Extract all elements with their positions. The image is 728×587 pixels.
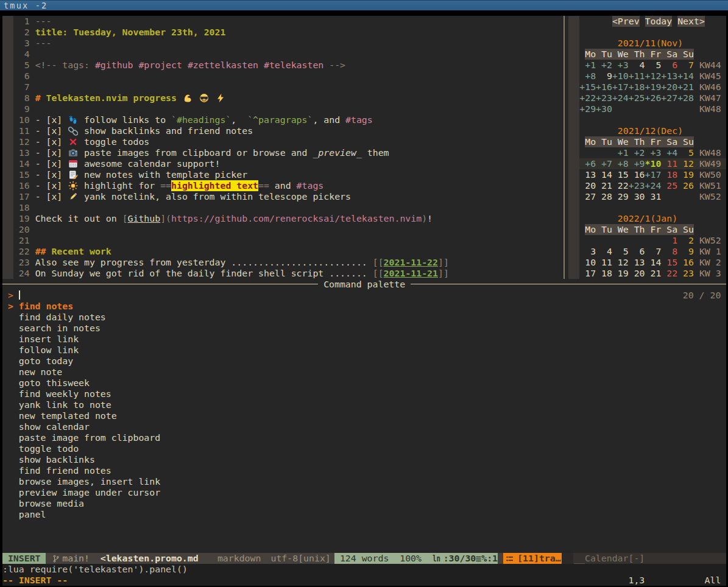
calendar-day[interactable]: +17 [612,82,629,93]
calendar-day[interactable]: +4 [661,147,677,158]
calendar-day[interactable]: 6 [629,246,645,257]
calendar-day[interactable]: 18 [661,169,677,180]
calendar-day[interactable]: +9 [629,158,645,169]
calendar-day[interactable]: 13 [579,169,596,180]
calendar-day[interactable]: +15 [579,82,596,93]
calendar-day[interactable]: 19 [677,169,694,180]
editor-line[interactable]: 2 title: Tuesday, November 23th, 2021 [2,27,225,38]
calendar-day[interactable]: 14 [596,169,612,180]
palette-item[interactable]: panel [2,509,46,520]
calendar-day[interactable]: 26 [677,180,694,191]
palette-item[interactable]: find daily notes [2,312,106,323]
palette-item[interactable]: show calendar [2,421,90,432]
calendar-day[interactable]: 7 [645,246,662,257]
calendar-day[interactable]: 13 [629,257,645,268]
calendar-day[interactable]: +2 [629,147,645,158]
calendar-day[interactable]: +16 [596,82,612,93]
calendar-day[interactable]: 12 [677,158,694,169]
calendar-day[interactable]: 14 [645,257,662,268]
palette-item[interactable]: new templated note [2,410,117,421]
calendar-day[interactable]: +24 [612,93,629,104]
palette-item[interactable]: preview image under cursor [2,487,160,498]
calendar-day[interactable]: 1 [661,235,677,246]
calendar-day[interactable]: *10 [645,158,662,169]
calendar-day[interactable]: 16 [677,257,694,268]
palette-item[interactable]: browse media [2,498,84,509]
palette-item[interactable]: paste image from clipboard [2,432,160,443]
calendar-day[interactable]: +24 [645,180,662,191]
calendar-day[interactable]: +3 [612,60,629,71]
palette-item[interactable]: search in notes [2,323,101,334]
palette-item[interactable]: new note [2,367,62,378]
calendar-day[interactable]: +17 [645,169,662,180]
calendar-day[interactable]: 6 [661,60,677,71]
calendar-day[interactable]: 23 [677,268,694,279]
calendar-day[interactable]: 12 [612,257,629,268]
palette-item[interactable]: goto thisweek [2,378,90,388]
palette-item[interactable]: find friend notes [2,465,111,476]
calendar-day[interactable]: 5 [677,147,694,158]
calendar-day[interactable]: 10 [579,257,596,268]
calendar-day[interactable]: +21 [677,82,694,93]
calendar-day[interactable]: +12 [645,71,662,82]
calendar-day[interactable]: 4 [596,246,612,257]
calendar-day[interactable]: 7 [677,60,694,71]
calendar-day[interactable]: 31 [645,191,662,202]
editor-line[interactable]: 10 - [x] follow links to `#headings`, `^… [2,114,373,125]
calendar-day[interactable]: 9 [596,71,612,82]
palette-item[interactable]: show backlinks [2,454,95,465]
calendar-day[interactable]: 21 [645,268,662,279]
calendar-day[interactable]: 18 [596,268,612,279]
calendar-day[interactable]: +30 [596,104,612,114]
calendar-day[interactable]: +6 [579,158,596,169]
calendar-day[interactable]: +8 [612,158,629,169]
palette-item[interactable]: goto today [2,356,73,367]
calendar-day[interactable]: +25 [629,93,645,104]
calendar-day[interactable]: 25 [661,180,677,191]
calendar-day[interactable]: +19 [645,82,662,93]
palette-item-selected[interactable]: > find notes [2,301,73,312]
calendar-day[interactable]: 30 [629,191,645,202]
calendar-day[interactable]: 5 [612,246,629,257]
calendar-day[interactable]: +2 [596,60,612,71]
calendar-day[interactable]: 15 [661,257,677,268]
calendar-day[interactable]: +23 [596,93,612,104]
calendar-day[interactable]: +20 [661,82,677,93]
calendar-day[interactable]: 9 [677,246,694,257]
calendar-day[interactable]: 19 [612,268,629,279]
calendar-day[interactable]: +1 [579,60,596,71]
palette-item[interactable]: find weekly notes [2,388,111,399]
hashtag[interactable]: #tags [345,114,373,125]
calendar-day[interactable]: 2 [677,235,694,246]
calendar-day[interactable]: +3 [645,147,662,158]
palette-item[interactable]: insert link [2,334,79,345]
calendar-day[interactable]: 29 [612,191,629,202]
calendar-day[interactable]: 22 [612,180,629,191]
calendar-day[interactable]: 4 [629,60,645,71]
calendar-day[interactable]: 21 [596,180,612,191]
calendar-day[interactable]: +23 [629,180,645,191]
palette-item[interactable]: browse images, insert link [2,476,160,487]
calendar-day[interactable]: 28 [596,191,612,202]
calendar-day[interactable]: 3 [579,246,596,257]
calendar-day[interactable]: 22 [661,268,677,279]
prev-month-button[interactable]: <Prev [612,16,640,27]
calendar-day[interactable]: +7 [596,158,612,169]
today-button[interactable]: Today [645,16,673,27]
calendar-day[interactable]: +29 [579,104,596,114]
next-month-button[interactable]: Next> [677,16,705,27]
calendar-day[interactable]: 8 [661,246,677,257]
calendar-day[interactable]: 5 [645,60,662,71]
calendar-day[interactable]: +10 [612,71,629,82]
calendar-day[interactable]: 16 [629,169,645,180]
calendar-day[interactable]: +18 [629,82,645,93]
calendar-day[interactable]: +28 [677,93,694,104]
calendar-day[interactable]: +11 [629,71,645,82]
editor-line[interactable]: 18 [2,202,30,213]
command-line[interactable]: :lua require('telekasten').panel() [2,564,188,575]
palette-item[interactable]: follow link [2,345,79,356]
calendar-day[interactable]: 20 [629,268,645,279]
calendar-day[interactable]: 20 [579,180,596,191]
calendar-day[interactable]: +1 [612,147,629,158]
calendar-day[interactable]: 27 [579,191,596,202]
